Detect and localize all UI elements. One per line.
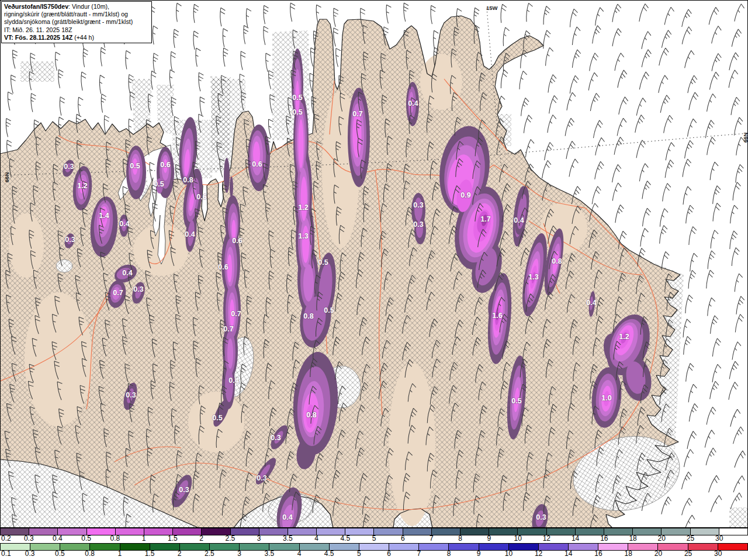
valid-time-line: VT: Fös. 28.11.2025 14Z (+44 h) bbox=[4, 34, 149, 42]
svg-text:1.6: 1.6 bbox=[492, 312, 502, 320]
colorbar-tick-label: 0.5 bbox=[81, 535, 91, 542]
svg-text:1.3: 1.3 bbox=[298, 232, 308, 240]
rain-colorbar bbox=[0, 543, 748, 551]
colorbar-tick-label: 20 bbox=[658, 535, 666, 542]
svg-text:0.4: 0.4 bbox=[185, 230, 195, 238]
colorbar-cell bbox=[718, 544, 748, 550]
colorbar-tick-label: 10 bbox=[514, 535, 521, 542]
svg-text:1.0: 1.0 bbox=[601, 394, 611, 402]
svg-text:0.8: 0.8 bbox=[306, 411, 316, 419]
colorbar-tick-label: 5 bbox=[357, 550, 361, 558]
colorbar-cell bbox=[403, 528, 432, 535]
colorbar-tick-label: 3 bbox=[257, 535, 261, 542]
svg-text:0.8: 0.8 bbox=[552, 257, 562, 265]
init-time-line: IT: Mið. 26. 11. 2025 18Z bbox=[4, 26, 149, 34]
svg-text:1.7: 1.7 bbox=[480, 215, 490, 223]
colorbar-tick-label: 12 bbox=[535, 550, 542, 558]
colorbar-tick-label: 2.5 bbox=[205, 550, 214, 558]
colorbar-cell bbox=[419, 544, 449, 550]
svg-text:0.4: 0.4 bbox=[408, 99, 418, 108]
colorbar-cell bbox=[719, 528, 748, 535]
legend: 0.20.30.40.50.811.522.533.544.5567891012… bbox=[0, 528, 748, 560]
colorbar-tick-label: 14 bbox=[565, 550, 572, 558]
svg-text:0.3: 0.3 bbox=[257, 474, 266, 482]
colorbar-tick-label: 6 bbox=[387, 550, 391, 558]
svg-text:0.4: 0.4 bbox=[122, 269, 132, 277]
colorbar-tick-label: 14 bbox=[572, 535, 579, 542]
svg-text:0.4: 0.4 bbox=[586, 299, 596, 307]
colorbar-cell bbox=[374, 528, 403, 535]
svg-text:66N: 66N bbox=[742, 132, 748, 143]
colorbar-tick-label: 8 bbox=[447, 550, 451, 558]
svg-text:0.5: 0.5 bbox=[212, 414, 222, 422]
sleet-snow-colorbar-ticks: 0.20.30.40.50.811.522.533.544.5567891012… bbox=[0, 535, 748, 543]
colorbar-tick-label: 0.3 bbox=[25, 550, 35, 558]
colorbar-tick-label: 25 bbox=[687, 535, 694, 542]
colorbar-tick-label: 18 bbox=[625, 550, 632, 558]
colorbar-tick-label: 1 bbox=[117, 550, 122, 558]
weather-map-screen: { "header": { "model_bold": "Veðurstofan… bbox=[0, 0, 748, 560]
svg-text:0.6: 0.6 bbox=[232, 237, 242, 245]
svg-text:0.9: 0.9 bbox=[460, 191, 470, 199]
svg-text:0.6: 0.6 bbox=[196, 193, 206, 201]
svg-text:0.8: 0.8 bbox=[183, 176, 193, 184]
colorbar-tick-label: 16 bbox=[600, 535, 608, 542]
colorbar-cell bbox=[389, 544, 419, 550]
svg-text:0.7: 0.7 bbox=[113, 289, 123, 297]
colorbar-tick-label: 0.5 bbox=[55, 550, 65, 558]
sleet-legend-line: slydda/snjókoma (grátt/bleikt/grænt - mm… bbox=[4, 18, 149, 26]
colorbar-tick-label: 25 bbox=[684, 550, 692, 558]
svg-text:0.3: 0.3 bbox=[126, 391, 136, 399]
svg-text:15W: 15W bbox=[486, 5, 498, 11]
colorbar-tick-label: 5 bbox=[372, 535, 376, 542]
model-title-line: Veðurstofan/IS750dev: Vindur (10m), bbox=[4, 3, 149, 11]
svg-text:1.4: 1.4 bbox=[99, 212, 109, 220]
svg-text:0.7: 0.7 bbox=[352, 110, 362, 118]
colorbar-tick-label: 30 bbox=[715, 535, 723, 542]
colorbar-tick-label: 1 bbox=[142, 535, 146, 542]
svg-text:0.4: 0.4 bbox=[514, 216, 524, 224]
colorbar-tick-label: 0.8 bbox=[110, 535, 120, 542]
colorbar-tick-label: 6 bbox=[401, 535, 405, 542]
colorbar-tick-label: 18 bbox=[629, 535, 636, 542]
colorbar-tick-label: 9 bbox=[477, 550, 481, 558]
svg-text:0.6: 0.6 bbox=[218, 263, 228, 271]
colorbar-tick-label: 0.8 bbox=[85, 550, 95, 558]
colorbar-tick-label: 3 bbox=[237, 550, 241, 558]
colorbar-cell bbox=[359, 544, 389, 550]
svg-text:0.4: 0.4 bbox=[282, 513, 292, 521]
colorbar-cell bbox=[432, 528, 460, 535]
svg-text:0.8: 0.8 bbox=[303, 312, 313, 320]
svg-text:1.3: 1.3 bbox=[528, 273, 538, 281]
svg-text:0.4: 0.4 bbox=[119, 220, 129, 228]
colorbar-tick-label: 0.2 bbox=[1, 535, 11, 542]
svg-text:0.7: 0.7 bbox=[231, 310, 241, 318]
colorbar-tick-label: 4 bbox=[297, 550, 302, 558]
colorbar-tick-label: 2.5 bbox=[226, 535, 236, 542]
colorbar-tick-label: 30 bbox=[714, 550, 722, 558]
svg-text:66N: 66N bbox=[4, 172, 10, 182]
svg-text:0.5: 0.5 bbox=[154, 180, 164, 188]
svg-text:0.6: 0.6 bbox=[252, 160, 262, 168]
svg-text:0.5: 0.5 bbox=[292, 94, 302, 102]
svg-text:0.3: 0.3 bbox=[133, 285, 143, 293]
colorbar-tick-label: 10 bbox=[505, 550, 512, 558]
colorbar-cell bbox=[460, 528, 489, 535]
colorbar-tick-label: 1.5 bbox=[145, 550, 155, 558]
svg-text:0.7: 0.7 bbox=[223, 325, 233, 333]
colorbar-tick-label: 16 bbox=[594, 550, 602, 558]
svg-text:0.4: 0.4 bbox=[228, 376, 238, 385]
colorbar-tick-label: 2 bbox=[178, 550, 182, 558]
colorbar-tick-label: 9 bbox=[487, 535, 491, 542]
svg-text:0.5: 0.5 bbox=[130, 162, 140, 170]
svg-text:0.3: 0.3 bbox=[413, 220, 423, 229]
svg-text:0.3: 0.3 bbox=[536, 513, 546, 521]
svg-text:0.3: 0.3 bbox=[413, 201, 423, 209]
colorbar-tick-label: 3.5 bbox=[264, 550, 274, 558]
colorbar-tick-label: 0.1 bbox=[1, 550, 11, 558]
rain-colorbar-ticks: 0.10.30.50.811.522.533.544.5567891012141… bbox=[0, 551, 748, 558]
colorbar-tick-label: 1.5 bbox=[168, 535, 178, 542]
colorbar-tick-label: 4 bbox=[314, 535, 318, 542]
svg-text:0.3: 0.3 bbox=[65, 236, 75, 244]
colorbar-tick-label: 3.5 bbox=[283, 535, 293, 542]
